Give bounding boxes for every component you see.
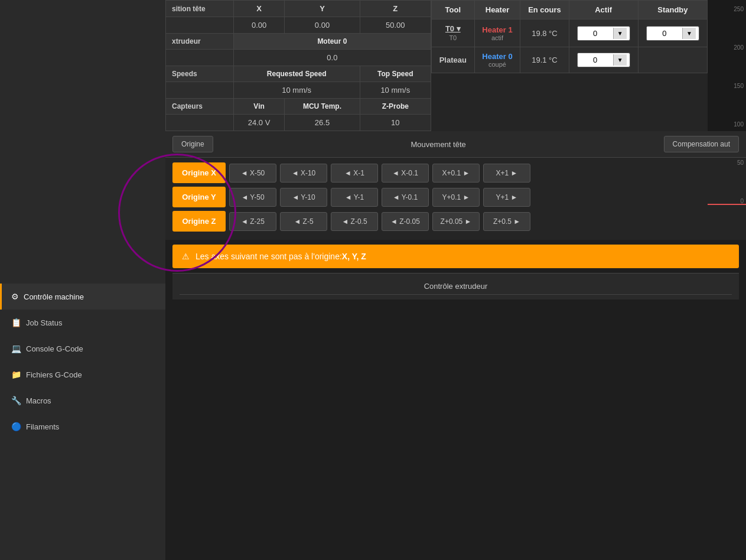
move-z-pos005[interactable]: Z+0.05 ► xyxy=(432,212,480,231)
axis-row-y: Origine Y ◄ Y-50 ◄ Y-10 ◄ Y-1 ◄ Y-0.1 Y+… xyxy=(172,187,739,207)
position-label: sition tête xyxy=(166,1,234,17)
sidebar-item-filaments[interactable]: 🔵 Filaments xyxy=(0,414,165,439)
gear-icon: ⚙ xyxy=(11,292,19,301)
heater-col-header: Heater xyxy=(474,1,520,19)
heater0-actif-dropdown[interactable]: ▼ xyxy=(613,54,627,66)
top-speed-header: Top Speed xyxy=(360,66,431,82)
move-y-neg50[interactable]: ◄ Y-50 xyxy=(229,188,276,207)
move-y-neg01[interactable]: ◄ Y-0.1 xyxy=(382,188,429,207)
move-y-neg1[interactable]: ◄ Y-1 xyxy=(331,188,378,207)
pos-z-value: 50.00 xyxy=(360,17,431,34)
heater1-standby-input[interactable] xyxy=(647,27,682,40)
pos-y-header: Y xyxy=(285,1,360,17)
origine-z-button[interactable]: Origine Z xyxy=(172,211,226,232)
movement-title: Mouvement tête xyxy=(219,140,658,149)
move-x-pos01[interactable]: X+0.1 ► xyxy=(432,164,480,183)
heater1-standby-dropdown[interactable]: ▼ xyxy=(682,28,696,39)
info-panel: sition tête X Y Z 0.00 0.00 50.00 xtrude… xyxy=(165,0,431,131)
heater1-sub: actif xyxy=(482,34,513,41)
extrudeur-section: Contrôle extrudeur xyxy=(172,273,739,299)
warning-text: Les axes suivant ne sont pas à l'origine… xyxy=(196,252,366,261)
extrudeur-control-title: Contrôle extrudeur xyxy=(180,278,732,295)
position-table: sition tête X Y Z 0.00 0.00 50.00 xtrude… xyxy=(165,0,431,131)
heater0-encours: 19.1 °C xyxy=(520,47,569,73)
pos-z-header: Z xyxy=(360,1,431,17)
sidebar-item-label: Console G-Code xyxy=(26,344,83,353)
origine-button[interactable]: Origine xyxy=(172,136,213,152)
move-z-neg005[interactable]: ◄ Z-0.05 xyxy=(382,212,429,231)
heater1-encours: 19.8 °C xyxy=(520,19,569,47)
chart-tick-50: 50 xyxy=(737,159,744,166)
vin-value: 24.0 V xyxy=(233,115,285,131)
files-icon: 📁 xyxy=(11,370,21,379)
chart-tick-100: 100 xyxy=(734,121,744,128)
heater1-actif-dropdown[interactable]: ▼ xyxy=(613,28,627,39)
compensation-button[interactable]: Compensation aut xyxy=(664,136,739,152)
sidebar-item-controle-machine[interactable]: ⚙ Contrôle machine xyxy=(0,284,165,310)
zprobe-header: Z-Probe xyxy=(360,99,431,115)
heater0-standby-empty xyxy=(638,47,707,73)
heater1-name: Heater 1 xyxy=(482,25,512,34)
origine-y-button[interactable]: Origine Y xyxy=(172,187,226,207)
encours-col-header: En cours xyxy=(520,1,569,19)
chart-area: 250 200 150 100 50 0 xyxy=(708,0,746,131)
extrudeur-label: xtrudeur xyxy=(166,34,234,50)
move-x-neg10[interactable]: ◄ X-10 xyxy=(280,164,327,183)
heater0-actif: ▼ xyxy=(569,47,638,73)
chart-tick-200: 200 xyxy=(734,44,744,51)
move-x-neg50[interactable]: ◄ X-50 xyxy=(229,164,276,183)
top-section: sition tête X Y Z 0.00 0.00 50.00 xtrude… xyxy=(165,0,746,131)
sidebar-item-label: Job Status xyxy=(26,318,62,327)
tool-plateau: Plateau xyxy=(432,47,475,73)
tool-t0-label[interactable]: T0 ▾ xyxy=(445,24,461,33)
move-x-neg1[interactable]: ◄ X-1 xyxy=(331,164,378,183)
move-z-neg5[interactable]: ◄ Z-5 xyxy=(280,212,327,231)
chart-tick-250: 250 xyxy=(734,6,744,12)
sidebar-item-console-gcode[interactable]: 💻 Console G-Code xyxy=(0,336,165,362)
heater1-actif: ▼ xyxy=(569,19,638,47)
movement-grid: Origine X ◄ X-50 ◄ X-10 ◄ X-1 ◄ X-0.1 X+… xyxy=(165,158,746,240)
heater0-actif-input-group: ▼ xyxy=(577,53,630,67)
control-section: Origine Mouvement tête Compensation aut … xyxy=(165,131,746,560)
heater0-actif-input[interactable] xyxy=(578,53,613,67)
tool-col-header: Tool xyxy=(432,1,475,19)
heater-table: Tool Heater En cours Actif Standby T0 ▾ … xyxy=(431,0,708,73)
top-speed-value: 10 mm/s xyxy=(360,82,431,99)
move-y-neg10[interactable]: ◄ Y-10 xyxy=(280,188,327,207)
speeds-label: Speeds xyxy=(166,66,234,82)
heater0-name: Heater 0 xyxy=(482,52,512,61)
filaments-icon: 🔵 xyxy=(11,422,21,431)
move-z-neg25[interactable]: ◄ Z-25 xyxy=(229,212,276,231)
axis-row-z: Origine Z ◄ Z-25 ◄ Z-5 ◄ Z-0.5 ◄ Z-0.05 … xyxy=(172,211,739,232)
warning-axes: X, Y, Z xyxy=(342,252,366,261)
move-y-pos1[interactable]: Y+1 ► xyxy=(483,188,530,207)
main-content: sition tête X Y Z 0.00 0.00 50.00 xtrude… xyxy=(165,0,746,560)
capteurs-label: Capteurs xyxy=(166,99,234,115)
sidebar-item-label: Fichiers G-Code xyxy=(26,370,82,379)
move-x-neg01[interactable]: ◄ X-0.1 xyxy=(382,164,429,183)
zprobe-value: 10 xyxy=(360,115,431,131)
extrudeur-value: 0.0 xyxy=(233,50,431,66)
sidebar-item-macros[interactable]: 🔧 Macros xyxy=(0,388,165,414)
sidebar-item-fichiers-gcode[interactable]: 📁 Fichiers G-Code xyxy=(0,362,165,388)
move-x-pos1[interactable]: X+1 ► xyxy=(483,164,530,183)
motor-label: Moteur 0 xyxy=(233,34,431,50)
sidebar-item-job-status[interactable]: 📋 Job Status xyxy=(0,310,165,336)
sidebar-item-label: Contrôle machine xyxy=(24,292,84,301)
move-z-pos05[interactable]: Z+0.5 ► xyxy=(483,212,530,231)
sidebar-item-label: Filaments xyxy=(26,422,59,431)
origine-x-button[interactable]: Origine X xyxy=(172,162,226,183)
heater-panel: Tool Heater En cours Actif Standby T0 ▾ … xyxy=(431,0,708,131)
tool-t0-sub: T0 xyxy=(449,34,457,41)
heater1-actif-input[interactable] xyxy=(578,27,613,40)
heater-row-plateau: Plateau Heater 0 coupé 19.1 °C ▼ xyxy=(432,47,708,73)
mcu-value: 26.5 xyxy=(285,115,360,131)
macros-icon: 🔧 xyxy=(11,396,21,405)
pos-x-header: X xyxy=(233,1,285,17)
move-y-pos01[interactable]: Y+0.1 ► xyxy=(432,188,480,207)
axis-row-x: Origine X ◄ X-50 ◄ X-10 ◄ X-1 ◄ X-0.1 X+… xyxy=(172,162,739,183)
sidebar: ⚙ Contrôle machine 📋 Job Status 💻 Consol… xyxy=(0,0,165,560)
heater1-actif-input-group: ▼ xyxy=(577,26,630,41)
mcu-header: MCU Temp. xyxy=(285,99,360,115)
move-z-neg05[interactable]: ◄ Z-0.5 xyxy=(331,212,378,231)
